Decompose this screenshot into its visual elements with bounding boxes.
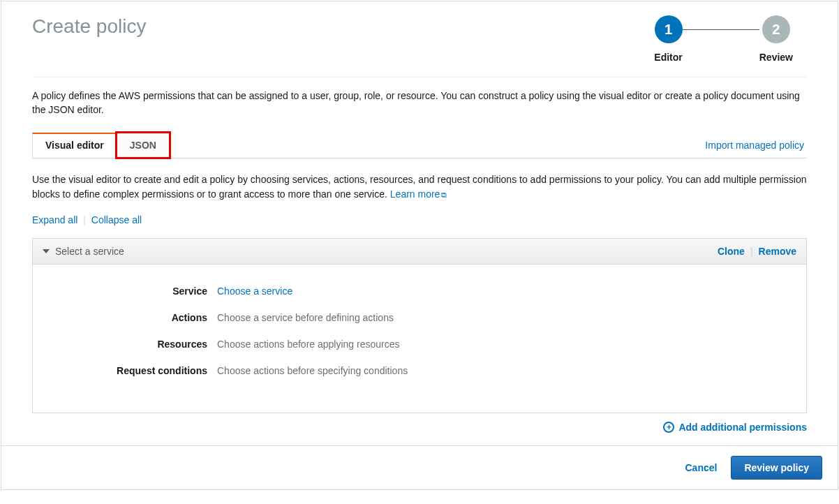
collapse-all-link[interactable]: Collapse all: [91, 214, 142, 225]
tabs-row: Visual editor JSON Import managed policy: [32, 133, 807, 158]
external-link-icon: ⧉: [441, 191, 447, 199]
label-actions: Actions: [50, 312, 217, 323]
wizard-steps: 1 Editor 2 Review: [654, 15, 807, 63]
wizard-step-editor[interactable]: 1 Editor: [654, 15, 682, 63]
page-title: Create policy: [32, 15, 146, 63]
wizard-step-number: 2: [762, 15, 790, 43]
add-permissions-row[interactable]: + Add additional permissions: [1, 413, 838, 433]
import-managed-policy-link[interactable]: Import managed policy: [705, 140, 807, 158]
value-conditions: Choose actions before specifying conditi…: [217, 365, 408, 376]
value-resources: Choose actions before applying resources: [217, 339, 400, 350]
row-service: Service Choose a service: [50, 286, 789, 297]
panel-body: Service Choose a service Actions Choose …: [33, 265, 806, 413]
label-resources: Resources: [50, 339, 217, 350]
create-policy-page: Create policy 1 Editor 2 Review A policy…: [1, 1, 838, 490]
plus-circle-icon: +: [663, 422, 674, 433]
wizard-step-label: Editor: [654, 52, 682, 63]
add-permissions-link[interactable]: Add additional permissions: [678, 422, 807, 433]
learn-more-link[interactable]: Learn more⧉: [390, 188, 447, 200]
permission-block-panel: Select a service Clone | Remove Service …: [32, 238, 807, 413]
panel-header[interactable]: Select a service Clone | Remove: [33, 239, 806, 265]
row-conditions: Request conditions Choose actions before…: [50, 365, 789, 376]
row-actions: Actions Choose a service before defining…: [50, 312, 789, 323]
wizard-step-label: Review: [759, 52, 793, 63]
divider: |: [83, 214, 86, 225]
header-row: Create policy 1 Editor 2 Review: [1, 1, 838, 70]
review-policy-button[interactable]: Review policy: [731, 456, 822, 480]
value-actions: Choose a service before defining actions: [217, 312, 394, 323]
row-resources: Resources Choose actions before applying…: [50, 339, 789, 350]
label-service: Service: [50, 286, 217, 297]
caret-down-icon: [43, 249, 50, 253]
tab-json[interactable]: JSON: [117, 133, 170, 158]
visual-editor-description: Use the visual editor to create and edit…: [32, 172, 807, 202]
wizard-step-number: 1: [655, 15, 683, 43]
remove-link[interactable]: Remove: [759, 246, 796, 257]
tab-visual-editor[interactable]: Visual editor: [32, 133, 117, 158]
divider: |: [750, 246, 753, 257]
wizard-connector: [683, 29, 759, 30]
footer: Cancel Review policy: [1, 445, 838, 489]
expand-all-link[interactable]: Expand all: [32, 214, 77, 225]
label-conditions: Request conditions: [50, 365, 217, 376]
policy-description: A policy defines the AWS permissions tha…: [32, 89, 807, 117]
clone-link[interactable]: Clone: [718, 246, 745, 257]
cancel-button[interactable]: Cancel: [685, 462, 717, 473]
expand-collapse-row: Expand all | Collapse all: [32, 214, 807, 225]
wizard-step-review[interactable]: 2 Review: [759, 15, 793, 63]
choose-service-link[interactable]: Choose a service: [217, 286, 292, 297]
panel-title: Select a service: [55, 246, 124, 257]
